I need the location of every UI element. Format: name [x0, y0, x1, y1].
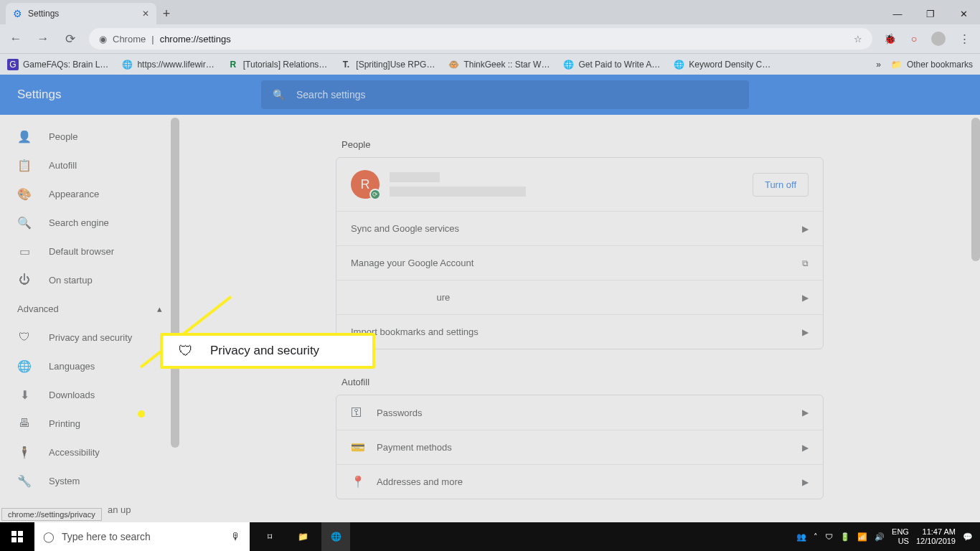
sidebar-item-printing[interactable]: 🖶Printing	[0, 409, 179, 438]
printer-icon: 🖶	[17, 417, 32, 430]
extension-icon-1[interactable]: 🐞	[882, 32, 897, 46]
sidebar-item-on-startup[interactable]: ⏻On startup	[0, 265, 179, 294]
volume-tray-icon[interactable]: 🔊	[875, 532, 885, 542]
sidebar-item-system[interactable]: 🔧System	[0, 466, 179, 495]
other-bookmarks[interactable]: 📁Other bookmarks	[891, 59, 973, 70]
sidebar-item-default-browser[interactable]: ▭Default browser	[0, 237, 179, 265]
close-window-button[interactable]: ✕	[947, 3, 980, 24]
app-title: Settings	[17, 88, 261, 102]
search-placeholder: Search settings	[296, 89, 366, 100]
url-text: chrome://settings	[160, 34, 231, 44]
shield-icon: 🛡	[179, 343, 193, 359]
chevron-right-icon: ▶	[802, 477, 809, 487]
chevron-right-icon: ▶	[802, 224, 809, 234]
settings-header: Settings 🔍 Search settings	[0, 75, 980, 115]
back-button[interactable]: ←	[7, 32, 24, 46]
sidebar-item-autofill[interactable]: 📋Autofill	[0, 151, 179, 179]
forward-button[interactable]: →	[34, 32, 52, 46]
bookmark-item[interactable]: 🐵ThinkGeek :: Star W…	[448, 59, 550, 70]
browser-toolbar: ← → ⟳ ◉ Chrome | chrome://settings ☆ 🐞 ○…	[0, 24, 980, 53]
extension-icon-2[interactable]: ○	[907, 32, 921, 46]
start-button[interactable]	[0, 522, 34, 551]
clipboard-icon: 📋	[17, 159, 32, 172]
passwords-row[interactable]: ⚿Passwords▶	[336, 395, 823, 430]
tray-chevron-icon[interactable]: ˄	[814, 532, 818, 542]
accessibility-icon: 🕴	[17, 446, 32, 459]
palette-icon: 🎨	[17, 187, 32, 201]
wrench-icon: 🔧	[17, 474, 32, 488]
notifications-tray-icon[interactable]: 💬	[963, 532, 973, 542]
bookmarks-overflow[interactable]: »	[876, 60, 881, 70]
wifi-tray-icon[interactable]: 📶	[857, 532, 867, 542]
minimize-button[interactable]: —	[881, 3, 914, 24]
import-bookmarks-row[interactable]: Import bookmarks and settings▶	[336, 314, 823, 349]
address-bar[interactable]: ◉ Chrome | chrome://settings ☆	[89, 28, 872, 50]
redacted-email	[390, 187, 526, 197]
person-icon: 👤	[17, 130, 32, 143]
search-icon: 🔍	[273, 89, 285, 100]
sidebar-item-people[interactable]: 👤People	[0, 122, 179, 151]
sidebar-item-downloads[interactable]: ⬇Downloads	[0, 380, 179, 409]
bookmark-item[interactable]: 🌐https://www.lifewir…	[121, 59, 214, 70]
sidebar-item-search-engine[interactable]: 🔍Search engine	[0, 208, 179, 237]
browser-tab[interactable]: ⚙ Settings ✕	[6, 3, 156, 24]
window-titlebar: ⚙ Settings ✕ + — ❐ ✕	[0, 0, 980, 24]
turn-off-sync-button[interactable]: Turn off	[753, 173, 809, 197]
chrome-taskbar-icon[interactable]: 🌐	[321, 522, 350, 551]
sidebar-item-accessibility[interactable]: 🕴Accessibility	[0, 438, 179, 466]
browser-menu-button[interactable]: ⋮	[956, 32, 973, 47]
sidebar-item-appearance[interactable]: 🎨Appearance	[0, 179, 179, 208]
maximize-button[interactable]: ❐	[914, 3, 947, 24]
tab-title: Settings	[28, 9, 59, 19]
customize-profile-row[interactable]: xxxure▶	[336, 280, 823, 314]
star-icon[interactable]: ☆	[854, 34, 862, 44]
battery-tray-icon[interactable]: 🔋	[840, 532, 850, 542]
profile-avatar-large: R ⟳	[351, 170, 380, 199]
sidebar-advanced-toggle[interactable]: Advanced▴	[0, 294, 179, 323]
sync-services-row[interactable]: Sync and Google services▶	[336, 211, 823, 245]
power-icon: ⏻	[17, 273, 32, 286]
bookmark-item[interactable]: 🌐Keyword Density C…	[673, 59, 771, 70]
settings-main: People R ⟳ Turn off Sync and Google s	[179, 115, 980, 522]
settings-app: Settings 🔍 Search settings 👤People 📋Auto…	[0, 75, 980, 522]
shield-icon: 🛡	[17, 331, 32, 344]
file-explorer-taskbar-icon[interactable]: 📁	[288, 522, 317, 551]
chrome-icon: ◉	[99, 34, 107, 44]
task-view-button[interactable]: ⌑	[255, 522, 284, 551]
payment-methods-row[interactable]: 💳Payment methods▶	[336, 430, 823, 464]
taskbar-search[interactable]: ◯ Type here to search 🎙	[34, 522, 250, 551]
svg-rect-0	[11, 531, 17, 536]
svg-rect-2	[11, 537, 17, 542]
bookmark-item[interactable]: T.[Spriting]Use RPG…	[340, 59, 435, 70]
sidebar-scrollbar[interactable]	[171, 118, 179, 448]
location-icon: 📍	[351, 475, 377, 489]
new-tab-button[interactable]: +	[156, 6, 176, 24]
cortana-icon: ◯	[43, 531, 55, 542]
bookmark-item[interactable]: GGameFAQs: Brain L…	[7, 59, 108, 70]
sidebar-item-privacy-security[interactable]: 🛡Privacy and security	[0, 323, 179, 352]
bookmarks-bar: GGameFAQs: Brain L… 🌐https://www.lifewir…	[0, 53, 980, 75]
section-header-people: People	[336, 129, 824, 157]
svg-rect-1	[18, 531, 23, 536]
external-link-icon: ⧉	[802, 258, 809, 268]
bookmark-item[interactable]: 🌐Get Paid to Write A…	[562, 59, 660, 70]
main-scrollbar[interactable]	[971, 118, 980, 261]
search-icon: 🔍	[17, 216, 32, 230]
close-tab-icon[interactable]: ✕	[142, 9, 149, 19]
mic-icon: 🎙	[231, 531, 241, 542]
people-tray-icon[interactable]: 👥	[796, 532, 806, 542]
chevron-right-icon: ▶	[802, 327, 809, 337]
bookmark-item[interactable]: R[Tutorials] Relations…	[227, 59, 328, 70]
taskbar-lang[interactable]: ENG US	[892, 527, 909, 546]
security-tray-icon[interactable]: 🛡	[825, 532, 833, 541]
settings-sidebar: 👤People 📋Autofill 🎨Appearance 🔍Search en…	[0, 115, 179, 522]
key-icon: ⚿	[351, 406, 377, 419]
svg-rect-3	[18, 537, 23, 542]
manage-google-account-row[interactable]: Manage your Google Account⧉	[336, 245, 823, 280]
profile-avatar[interactable]	[931, 32, 946, 46]
search-settings-input[interactable]: 🔍 Search settings	[261, 80, 749, 109]
reload-button[interactable]: ⟳	[62, 32, 79, 47]
addresses-row[interactable]: 📍Addresses and more▶	[336, 464, 823, 499]
annotation-dot	[138, 410, 145, 418]
taskbar-clock[interactable]: 11:47 AM 12/10/2019	[916, 527, 956, 546]
